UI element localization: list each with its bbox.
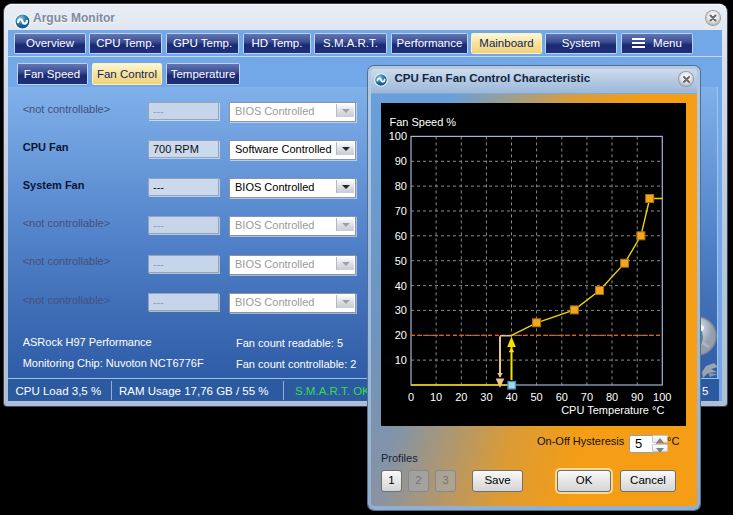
svg-text:30: 30 — [395, 304, 407, 316]
svg-text:CPU Temperature °C: CPU Temperature °C — [561, 404, 664, 416]
svg-text:50: 50 — [530, 391, 542, 403]
svg-text:80: 80 — [606, 391, 618, 403]
svg-text:10: 10 — [430, 391, 442, 403]
svg-text:90: 90 — [395, 155, 407, 167]
svg-text:50: 50 — [395, 255, 407, 267]
svg-text:10: 10 — [395, 354, 407, 366]
svg-text:60: 60 — [556, 391, 568, 403]
svg-text:60: 60 — [395, 230, 407, 242]
svg-text:Fan Speed %: Fan Speed % — [390, 116, 457, 128]
svg-text:100: 100 — [389, 130, 407, 142]
svg-text:90: 90 — [631, 391, 643, 403]
svg-text:20: 20 — [395, 329, 407, 341]
svg-text:70: 70 — [581, 391, 593, 403]
svg-text:0: 0 — [408, 391, 414, 403]
svg-text:70: 70 — [395, 205, 407, 217]
svg-text:40: 40 — [505, 391, 517, 403]
svg-text:40: 40 — [395, 280, 407, 292]
svg-text:20: 20 — [455, 391, 467, 403]
svg-text:80: 80 — [395, 180, 407, 192]
svg-text:100: 100 — [653, 391, 671, 403]
svg-text:30: 30 — [480, 391, 492, 403]
